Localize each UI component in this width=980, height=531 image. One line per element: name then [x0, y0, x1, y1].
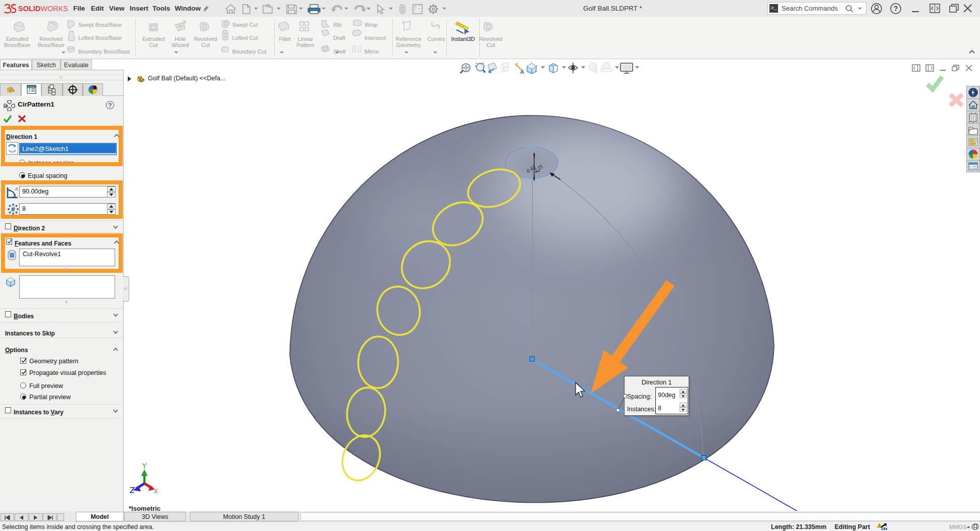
svg-text:A: A	[15, 186, 18, 191]
svg-text:#: #	[11, 205, 15, 213]
svg-text:?: ?	[108, 102, 112, 109]
svg-text:!: !	[879, 524, 880, 527]
svg-text:A: A	[520, 69, 524, 75]
svg-text:SOLIDWORKS: SOLIDWORKS	[18, 5, 68, 13]
svg-text:?: ?	[894, 5, 898, 13]
